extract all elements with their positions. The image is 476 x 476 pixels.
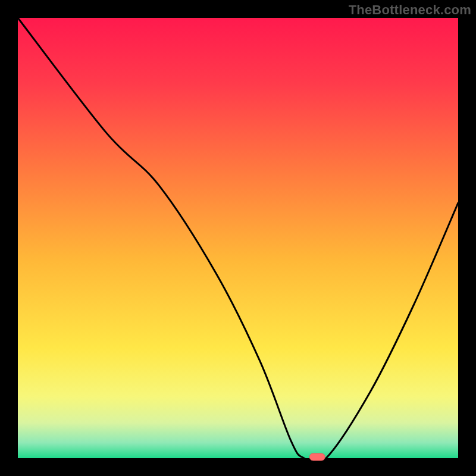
optimal-marker: [309, 453, 325, 461]
bottleneck-plot: [0, 0, 476, 476]
plot-background: [18, 18, 458, 458]
chart-stage: TheBottleneck.com: [0, 0, 476, 476]
watermark-text: TheBottleneck.com: [349, 2, 471, 18]
